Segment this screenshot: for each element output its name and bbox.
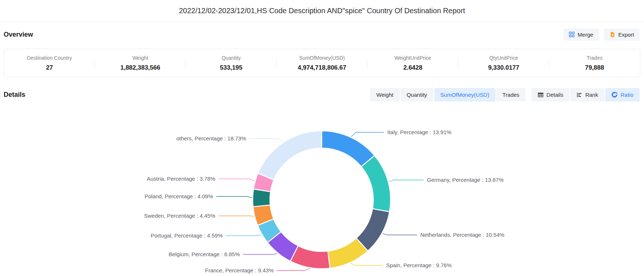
donut-chart-svg: Italy, Percentage : 13.91%Germany, Perce… xyxy=(0,104,644,276)
label-line-belgium xyxy=(243,254,278,254)
tab-sumofmoney-usd[interactable]: SumOfMoney(USD) xyxy=(434,88,495,102)
slice-label-france: France, Percentage : 9.43% xyxy=(205,267,274,273)
label-line-sweden xyxy=(219,216,254,216)
stat-trades: Trades79,888 xyxy=(549,54,640,73)
donut-icon xyxy=(611,92,618,98)
page-title: 2022/12/02-2023/12/01,HS Code Descriptio… xyxy=(0,7,644,15)
tab-ratio[interactable]: Ratio xyxy=(605,88,640,102)
tab-details[interactable]: Details xyxy=(531,88,570,102)
table-icon xyxy=(538,92,544,98)
label-line-austria xyxy=(219,179,255,181)
tab-label: SumOfMoney(USD) xyxy=(440,92,489,98)
tab-label: Ratio xyxy=(621,92,633,98)
pie-slice-italy[interactable] xyxy=(322,131,374,167)
label-line-spain xyxy=(351,263,383,265)
slice-label-others: others, Percentage : 18.73% xyxy=(176,135,246,141)
slice-label-netherlands: Netherlands, Percentage : 10.54% xyxy=(420,232,504,238)
rank-icon xyxy=(577,92,582,98)
stat-sumofmoney-usd: SumOfMoney(USD)4,974,718,806.67 xyxy=(277,54,367,73)
slice-label-austria: Austria, Percentage : 3.78% xyxy=(147,176,215,182)
stat-label: WeightUnitPrice xyxy=(367,55,458,61)
label-line-netherlands xyxy=(383,233,417,235)
stat-label: SumOfMoney(USD) xyxy=(277,55,367,61)
label-line-poland xyxy=(216,196,252,198)
stat-destination-country: Destination Country27 xyxy=(4,54,95,73)
tab-label: Quantity xyxy=(407,92,427,98)
overview-heading: Overview xyxy=(4,31,33,38)
tab-weight[interactable]: Weight xyxy=(370,88,399,102)
stat-weightunitprice: WeightUnitPrice2.6428 xyxy=(367,54,458,73)
stat-label: Trades xyxy=(549,55,640,61)
overview-header: Overview Merge xyxy=(4,28,640,41)
export-icon xyxy=(610,32,615,37)
stat-label: Destination Country xyxy=(4,55,95,61)
tab-label: Rank xyxy=(585,92,598,98)
stat-value: 533,195 xyxy=(186,64,277,71)
merge-button-label: Merge xyxy=(578,32,593,38)
label-line-italy xyxy=(351,132,384,137)
slice-label-sweden: Sweden, Percentage : 4.45% xyxy=(144,213,215,219)
tab-label: Trades xyxy=(502,92,519,98)
metric-tab-group: WeightQuantitySumOfMoney(USD)Trades xyxy=(370,88,526,102)
tab-rank[interactable]: Rank xyxy=(570,88,604,102)
label-line-others xyxy=(249,139,283,142)
export-button-label: Export xyxy=(618,32,634,38)
details-heading: Details xyxy=(4,91,25,99)
merge-icon xyxy=(569,32,575,37)
overview-buttons: Merge Export xyxy=(563,29,640,41)
header-divider xyxy=(0,22,644,22)
stat-value: 27 xyxy=(4,64,95,71)
export-button[interactable]: Export xyxy=(604,29,640,41)
tab-label: Details xyxy=(546,92,563,98)
label-line-france xyxy=(277,268,310,271)
stat-value: 4,974,718,806.67 xyxy=(277,64,367,71)
stat-qtyunitprice: QtyUnitPrice9,330.0177 xyxy=(458,54,549,73)
stat-value: 1,882,383,566 xyxy=(95,64,186,71)
slice-label-spain: Spain, Percentage : 9.76% xyxy=(386,262,451,268)
details-header: Details WeightQuantitySumOfMoney(USD)Tra… xyxy=(4,88,640,102)
stat-label: QtyUnitPrice xyxy=(458,55,549,61)
stat-weight: Weight1,882,383,566 xyxy=(95,54,186,73)
merge-button[interactable]: Merge xyxy=(563,29,599,41)
tab-trades[interactable]: Trades xyxy=(496,88,526,102)
stat-label: Weight xyxy=(95,55,186,61)
slice-label-poland: Poland, Percentage : 4.09% xyxy=(144,193,213,199)
pie-slice-germany[interactable] xyxy=(361,155,391,211)
slice-label-italy: Italy, Percentage : 13.91% xyxy=(387,129,451,135)
stat-value: 79,888 xyxy=(549,64,640,71)
label-line-portugal xyxy=(226,235,261,236)
slice-label-portugal: Portugal, Percentage : 4.59% xyxy=(151,232,223,239)
tab-quantity[interactable]: Quantity xyxy=(400,88,433,102)
stat-quantity: Quantity533,195 xyxy=(186,54,277,73)
tab-label: Weight xyxy=(376,92,393,98)
stat-value: 2.6428 xyxy=(367,64,458,71)
slice-label-germany: Germany, Percentage : 13.87% xyxy=(427,177,504,183)
slice-label-belgium: Belgium, Percentage : 6.85% xyxy=(169,251,240,257)
view-tab-group: DetailsRankRatio xyxy=(531,88,640,102)
label-line-germany xyxy=(389,180,424,182)
destination-ratio-chart: Italy, Percentage : 13.91%Germany, Perce… xyxy=(0,104,644,276)
pie-slice-others[interactable] xyxy=(258,131,322,180)
stat-label: Quantity xyxy=(186,55,277,61)
stat-value: 9,330.0177 xyxy=(458,64,549,71)
stats-card: Destination Country27Weight1,882,383,566… xyxy=(4,49,640,77)
